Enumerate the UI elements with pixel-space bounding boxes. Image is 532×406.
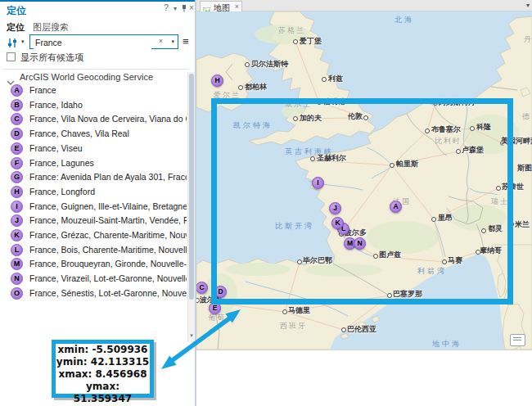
result-row[interactable]: GFrance: Avenida Plan de Ayala 301, Frac… [0,169,187,184]
result-row[interactable]: KFrance, Grézac, Charente-Maritime, Nouv… [0,228,187,242]
result-row[interactable]: JFrance, Mouzeuil-Saint-Martin, Vendée, … [0,213,187,228]
menu-icon[interactable]: ≡ [183,36,189,47]
result-badge: D [11,128,23,140]
filter-sliders-icon[interactable] [7,37,18,52]
result-badge: L [11,244,23,256]
result-text: France, Grézac, Charente-Maritime, Nouve… [29,230,187,240]
region-label: 西班牙 [280,321,307,332]
result-text: France, Vila Nova de Cerveira, Viana do … [29,114,187,124]
sea-label: 北海 [394,15,414,25]
scrollbar-thumb[interactable] [189,74,194,300]
region-label: 葡萄牙 [208,313,235,323]
result-row[interactable]: FFrance, Lagunes [0,156,187,170]
result-text: France, Brouqueyran, Gironde, Nouvelle-A… [29,259,187,268]
result-text: France, Longford [29,187,95,196]
result-badge: J [11,214,23,227]
result-row[interactable]: LFrance, Bois, Charente-Maritime, Nouvel… [0,242,187,257]
results-list: AFranceBFrance, IdahoCFrance, Vila Nova … [0,83,187,300]
arcgis-pro-window: 定位 ? ▾ × 定位 图层搜索 ▾ × ▾ ≡ 显示所有候选项 [0,0,532,406]
result-badge: F [11,157,23,169]
city-label: 都柏林 [245,82,267,92]
tab-locate[interactable]: 定位 [7,21,25,34]
panel-accent-line [0,0,195,2]
result-text: France, Mouzeuil-Saint-Martin, Vendée, P… [29,215,187,225]
search-input[interactable] [34,36,151,49]
result-row[interactable]: AFrance [0,83,187,97]
search-box: × ▾ [29,34,178,49]
result-badge: G [11,171,23,183]
clear-search-icon[interactable]: × [159,37,163,45]
result-badge: C [11,113,23,125]
show-all-candidates-checkbox[interactable] [7,52,16,61]
view-tab-bar: 地图 × ▾ [196,0,532,11]
result-row[interactable]: BFrance, Idaho [0,97,187,112]
notification-bubble-icon[interactable] [510,334,525,346]
separator [3,69,188,70]
result-text: France, Sénestis, Lot-et-Garonne, Nouvel… [29,288,187,298]
panel-title: 定位 [7,4,26,18]
result-text: France, Guignen, Ille-et-Vilaine, Bretag… [29,201,187,211]
city-dot [282,309,287,314]
region-label: 德国 [522,111,532,122]
city-label: 巴伦西亚 [347,324,376,335]
result-badge: K [11,229,23,241]
result-badge: E [11,142,23,155]
result-row[interactable]: MFrance, Brouqueyran, Gironde, Nouvelle-… [0,256,187,271]
ymax-value: ymax: 51.359347 [56,381,150,405]
result-row[interactable]: DFrance, Chaves, Vila Real [0,126,187,141]
extent-callout-box: xmin: -5.509936 ymin: 42.113315 xmax: 8.… [52,340,154,398]
search-caret-icon[interactable]: ▾ [171,38,174,45]
help-icon[interactable]: ? [162,3,170,12]
city-label: 马德里 [288,305,310,316]
city-dot [322,77,327,82]
city-label: 爱丁堡 [300,36,322,47]
city-dot [293,39,298,44]
geocoding-service-header[interactable]: ArcGIS World Geocoding Service [20,72,153,82]
result-text: France: Avenida Plan de Ayala 301, Fracc… [29,172,187,182]
result-badge: N [11,273,23,285]
result-text: France, Lagunes [29,158,94,168]
map-tab-close-icon[interactable]: × [235,2,239,11]
map-view-tab[interactable]: 地图 × [200,1,242,11]
pin-icon[interactable] [179,4,187,14]
tab-layer-search[interactable]: 图层搜索 [33,21,69,34]
city-label: 米兰 [515,219,530,230]
scrollbar-down-arrow[interactable]: ▾ [188,332,195,339]
extent-highlight-rectangle [211,98,513,304]
region-label: 丹麦 [524,34,532,45]
checkbox-label: 显示所有候选项 [20,52,83,64]
result-text: France, Virazeil, Lot-et-Garonne, Nouvel… [29,273,187,283]
result-row[interactable]: HFrance, Longford [0,184,187,199]
result-text: France, Chaves, Vila Real [29,129,129,138]
result-badge: M [11,258,23,270]
sea-label: 地中海 [432,339,462,350]
result-row[interactable]: CFrance, Vila Nova de Cerveira, Viana do… [0,111,187,126]
filter-caret-icon[interactable]: ▾ [21,38,25,45]
result-row[interactable]: OFrance, Sénestis, Lot-et-Garonne, Nouve… [0,286,187,300]
city-dot [341,327,346,332]
xmax-value: xmax: 8.456968 [56,368,150,381]
result-row[interactable]: NFrance, Virazeil, Lot-et-Garonne, Nouve… [0,271,187,286]
tab-overflow-icon[interactable]: ▾ [526,2,530,9]
region-label: 苏格兰 [278,25,305,36]
result-badge: I [11,201,23,213]
result-text: France, Viseu [29,143,83,153]
result-badge: H [11,186,23,198]
geocode-marker-C[interactable]: C [196,282,208,294]
city-label: 斯图加特 [517,163,532,174]
result-text: France [29,85,56,95]
chevron-down-icon[interactable]: ▾ [171,5,179,12]
result-text: France, Bois, Charente-Maritime, Nouvell… [29,245,187,255]
geocode-marker-H[interactable]: H [211,74,223,87]
result-row[interactable]: IFrance, Guignen, Ille-et-Vilaine, Breta… [0,199,187,214]
result-text: France, Idaho [29,100,83,110]
result-badge: B [11,99,23,111]
result-badge: O [11,287,23,300]
panel-scrollbar[interactable]: ▾ [187,72,195,342]
city-dot [245,62,250,67]
result-badge: A [11,84,23,97]
city-label: 利兹 [328,74,343,84]
ymin-value: ymin: 42.113315 [56,356,150,368]
city-dot [238,85,243,90]
result-row[interactable]: EFrance, Viseu [0,141,187,156]
